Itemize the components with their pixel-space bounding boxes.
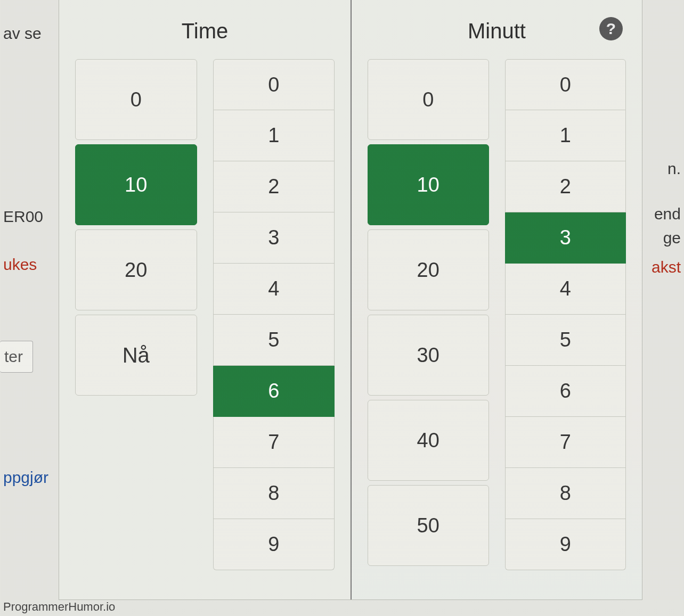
bg-link-fragment[interactable]: ppgjør — [3, 469, 48, 487]
hour-units-option[interactable]: 8 — [213, 468, 335, 519]
minute-units-option[interactable]: 2 — [505, 161, 626, 212]
bg-fragment: av se — [3, 24, 42, 43]
hour-units-option[interactable]: 6 — [213, 366, 335, 417]
minute-units-option[interactable]: 8 — [505, 468, 626, 519]
bg-fragment: end — [654, 205, 681, 223]
hour-tens-column: 01020Nå — [75, 59, 197, 570]
minute-tens-option[interactable]: 30 — [368, 315, 489, 396]
bg-fragment-red: akst — [652, 258, 681, 276]
hour-units-option[interactable]: 5 — [213, 315, 335, 366]
hour-units-option[interactable]: 2 — [213, 161, 335, 212]
hour-units-option[interactable]: 9 — [213, 519, 335, 570]
hour-tens-option[interactable]: 0 — [75, 59, 197, 140]
minute-title-text: Minutt — [468, 19, 526, 43]
hour-tens-option[interactable]: 20 — [75, 229, 197, 310]
minute-units-option[interactable]: 9 — [505, 519, 626, 570]
minute-units-option[interactable]: 5 — [505, 315, 626, 366]
bg-button-fragment[interactable]: ter — [0, 341, 33, 373]
hour-units-option[interactable]: 1 — [213, 110, 335, 161]
minute-units-option[interactable]: 4 — [505, 264, 626, 315]
hour-title: Time — [75, 10, 335, 59]
hour-units-option[interactable]: 4 — [213, 264, 335, 315]
minute-tens-option[interactable]: 40 — [368, 400, 489, 481]
minute-units-option[interactable]: 3 — [505, 212, 626, 264]
hour-units-option[interactable]: 0 — [213, 59, 335, 110]
bg-fragment: n. — [667, 160, 681, 178]
minute-tens-option[interactable]: 0 — [368, 59, 489, 140]
minute-units-option[interactable]: 0 — [505, 59, 626, 110]
minute-units-option[interactable]: 1 — [505, 110, 626, 161]
watermark: ProgrammerHumor.io — [3, 600, 115, 614]
minute-panel: Minutt ? 01020304050 0123456789 — [351, 0, 642, 599]
hour-units-option[interactable]: 3 — [213, 212, 335, 264]
background-right-strip: n. end ge akst — [636, 0, 684, 600]
hour-units-option[interactable]: 7 — [213, 417, 335, 468]
hour-units-column: 0123456789 — [213, 59, 335, 570]
bg-fragment: ge — [663, 229, 681, 247]
bg-fragment: ER00 — [3, 208, 43, 226]
now-button[interactable]: Nå — [75, 315, 197, 396]
bg-fragment-red: ukes — [3, 256, 37, 274]
minute-tens-option[interactable]: 10 — [368, 144, 489, 225]
minute-units-option[interactable]: 6 — [505, 366, 626, 417]
minute-tens-option[interactable]: 50 — [368, 485, 489, 566]
minute-tens-option[interactable]: 20 — [368, 229, 489, 310]
hour-tens-option[interactable]: 10 — [75, 144, 197, 225]
help-icon[interactable]: ? — [599, 17, 623, 40]
background-left-strip: av se ER00 ukes ter ppgjør — [0, 0, 64, 600]
hour-panel: Time 01020Nå 0123456789 — [59, 0, 351, 599]
minute-units-column: 0123456789 — [505, 59, 626, 570]
minute-units-option[interactable]: 7 — [505, 417, 626, 468]
minute-tens-column: 01020304050 — [368, 59, 489, 570]
time-picker-dialog: Time 01020Nå 0123456789 Minutt ? 0102030… — [59, 0, 642, 600]
minute-title: Minutt ? — [368, 10, 626, 59]
